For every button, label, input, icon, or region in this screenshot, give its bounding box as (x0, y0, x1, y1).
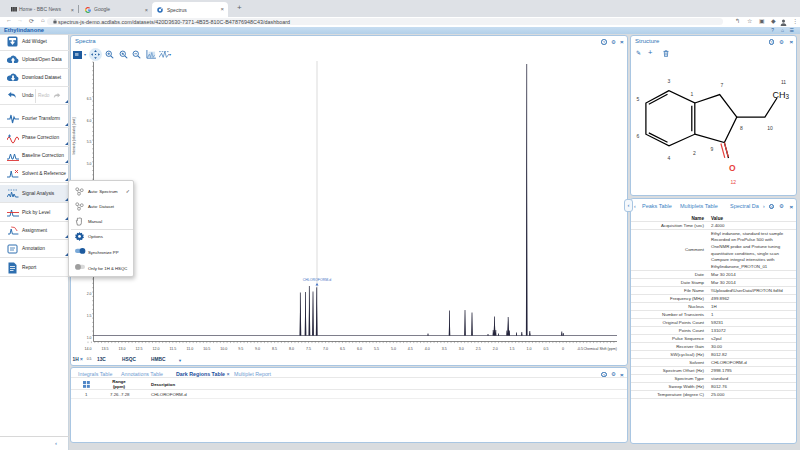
svg-text:8: 8 (740, 125, 743, 131)
svg-text:O: O (729, 163, 736, 173)
svg-text:8.0: 8.0 (289, 347, 294, 351)
svg-text:2.0: 2.0 (87, 292, 92, 296)
svg-text:13.0: 13.0 (118, 347, 125, 351)
svg-text:7.0: 7.0 (323, 347, 328, 351)
svg-text:11: 11 (781, 79, 786, 85)
svg-text:9: 9 (711, 146, 714, 152)
svg-text:2: 2 (693, 150, 696, 156)
svg-text:12.0: 12.0 (152, 347, 159, 351)
svg-text:1.5: 1.5 (510, 347, 515, 351)
svg-text:11.0: 11.0 (186, 347, 193, 351)
svg-text:12: 12 (731, 179, 737, 185)
svg-text:9.0: 9.0 (255, 347, 260, 351)
svg-text:0: 0 (562, 347, 564, 351)
svg-text:6.0: 6.0 (87, 119, 92, 123)
svg-text:4.5: 4.5 (408, 347, 413, 351)
svg-text:0.5: 0.5 (87, 357, 92, 361)
svg-text:10.5: 10.5 (203, 347, 210, 351)
svg-text:-0.5: -0.5 (577, 347, 583, 351)
svg-text:Intensity (absolute) [unit]: Intensity (absolute) [unit] (72, 117, 76, 154)
svg-text:5.0: 5.0 (391, 347, 396, 351)
svg-text:12.5: 12.5 (135, 347, 142, 351)
svg-text:Chemical Shift (ppm): Chemical Shift (ppm) (583, 347, 617, 351)
svg-text:5.5: 5.5 (87, 140, 92, 144)
svg-text:8.5: 8.5 (272, 347, 277, 351)
svg-text:6.5: 6.5 (87, 97, 92, 101)
svg-text:2.5: 2.5 (476, 347, 481, 351)
svg-text:3.0: 3.0 (459, 347, 464, 351)
svg-text:4: 4 (668, 155, 671, 161)
svg-text:3: 3 (668, 78, 671, 84)
svg-text:5.5: 5.5 (374, 347, 379, 351)
svg-text:7.5: 7.5 (306, 347, 311, 351)
svg-text:0.5: 0.5 (544, 347, 549, 351)
svg-text:1: 1 (691, 91, 694, 97)
svg-text:10: 10 (767, 125, 773, 131)
svg-text:11.5: 11.5 (169, 347, 176, 351)
svg-text:5: 5 (637, 96, 640, 102)
svg-text:7: 7 (721, 82, 724, 88)
svg-text:14.0: 14.0 (85, 347, 92, 351)
svg-text:6.0: 6.0 (357, 347, 362, 351)
svg-text:6.5: 6.5 (340, 347, 345, 351)
svg-text:3.5: 3.5 (442, 347, 447, 351)
svg-text:CHLOROFORM-d: CHLOROFORM-d (303, 278, 331, 282)
svg-text:1.0: 1.0 (527, 347, 532, 351)
svg-text:1.0: 1.0 (87, 336, 92, 340)
svg-text:4.0: 4.0 (425, 347, 430, 351)
svg-text:6: 6 (637, 133, 640, 139)
svg-text:5.0: 5.0 (87, 162, 92, 166)
svg-text:10.0: 10.0 (220, 347, 227, 351)
svg-text:9.5: 9.5 (238, 347, 243, 351)
svg-text:2.0: 2.0 (493, 347, 498, 351)
svg-text:1.5: 1.5 (87, 314, 92, 318)
svg-text:CH3: CH3 (773, 90, 790, 101)
svg-text:13.5: 13.5 (102, 347, 109, 351)
